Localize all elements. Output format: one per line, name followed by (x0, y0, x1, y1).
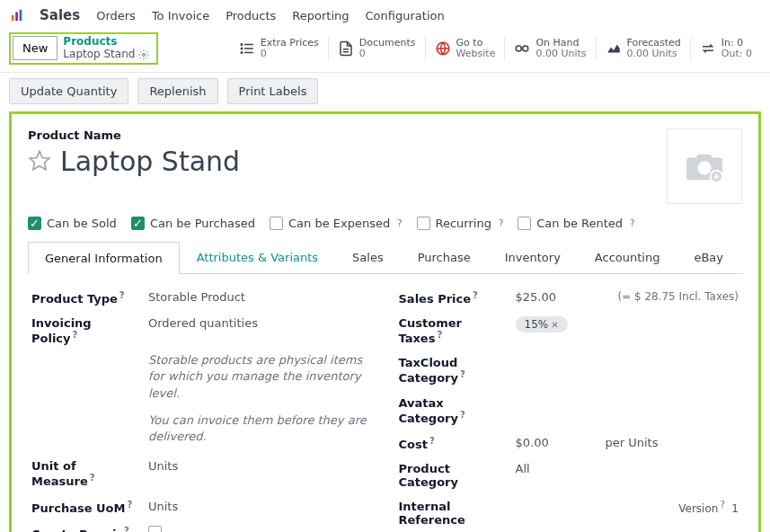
svg-rect-2 (20, 10, 22, 21)
field-taxcloud: TaxCloud Category? (399, 356, 739, 385)
module-name[interactable]: Sales (40, 7, 80, 23)
breadcrumb-current: Laptop Stand (63, 49, 135, 61)
camera-plus-icon (684, 149, 725, 183)
stat-on-hand[interactable]: On Hand0.00 Units (504, 36, 595, 61)
nav-orders[interactable]: Orders (96, 9, 136, 22)
tab-inventory[interactable]: Inventory (488, 241, 578, 273)
svg-point-14 (523, 46, 528, 51)
tax-tag[interactable]: 15%✕ (516, 316, 568, 332)
update-quantity-button[interactable]: Update Quantity (9, 78, 128, 104)
checkbox-can-be-expensed[interactable]: Can be Expensed? (270, 217, 403, 230)
stat-forecasted[interactable]: Forecasted0.00 Units (596, 36, 690, 61)
field-customer-taxes: Customer Taxes? 15%✕ (399, 316, 739, 345)
checkbox-can-be-purchased[interactable]: ✓Can be Purchased (131, 217, 255, 230)
checkbox-label: Can be Expensed (288, 217, 390, 230)
checkbox-box[interactable]: ✓ (131, 217, 145, 230)
svg-rect-1 (15, 13, 18, 22)
checkbox-label: Can be Rented (536, 217, 623, 230)
nav-configuration[interactable]: Configuration (366, 9, 445, 22)
svg-point-3 (143, 53, 146, 56)
globe-icon (435, 40, 451, 57)
stat-extra-prices[interactable]: Extra Prices0 (230, 36, 328, 61)
print-labels-button[interactable]: Print Labels (227, 78, 319, 104)
link-icon (514, 40, 530, 57)
field-sales-price: Sales Price? $25.00 (= $ 28.75 Incl. Tax… (399, 290, 739, 306)
chart-icon (606, 40, 622, 57)
svg-point-8 (241, 48, 243, 49)
create-repair-checkbox[interactable] (148, 526, 162, 532)
stat-go-to-website[interactable]: Go toWebsite (425, 36, 505, 61)
action-bar: Update Quantity Replenish Print Labels (9, 78, 761, 104)
field-avatax: Avatax Category? (399, 396, 739, 425)
control-row: New Products Laptop Stand Extra Prices0 … (0, 29, 770, 73)
swap-icon (700, 40, 716, 57)
right-column: Sales Price? $25.00 (= $ 28.75 Incl. Tax… (399, 290, 739, 532)
checkbox-can-be-sold[interactable]: ✓Can be Sold (28, 217, 117, 230)
field-product-type: Product Type? Storable Product (31, 290, 372, 306)
checkbox-label: Can be Purchased (150, 217, 255, 230)
app-logo-icon (11, 9, 23, 22)
hint-storable: Storable products are physical items for… (148, 352, 372, 402)
stat-in-out[interactable]: In: 0Out: 0 (690, 36, 761, 61)
checkbox-box[interactable]: ✓ (28, 217, 41, 230)
field-purchase-uom: Purchase UoM? Units (31, 500, 372, 515)
help-icon[interactable]: ? (499, 218, 503, 228)
svg-point-9 (241, 52, 243, 54)
favorite-star-icon[interactable] (28, 149, 51, 173)
svg-rect-0 (12, 15, 14, 21)
tab-ebay[interactable]: eBay (677, 241, 740, 273)
help-icon[interactable]: ? (397, 218, 402, 228)
gear-icon[interactable] (138, 49, 149, 60)
tab-purchase[interactable]: Purchase (401, 241, 488, 273)
main-nav: Sales Orders To Invoice Products Reporti… (0, 0, 770, 29)
product-form: Product Name Laptop Stand ✓Can be Sold✓C… (9, 111, 761, 532)
svg-point-16 (697, 161, 711, 174)
svg-point-7 (241, 44, 243, 46)
list-icon (239, 40, 255, 57)
svg-marker-15 (30, 151, 49, 170)
remove-tag-icon[interactable]: ✕ (551, 320, 558, 330)
field-cost: Cost? $0.00 per Units (399, 436, 739, 451)
field-create-repair: Create Repair? (31, 526, 372, 532)
document-icon (338, 40, 354, 57)
checkbox-can-be-rented[interactable]: Can be Rented? (518, 217, 634, 230)
replenish-button[interactable]: Replenish (137, 78, 217, 104)
breadcrumb-box: New Products Laptop Stand (9, 32, 158, 65)
product-title[interactable]: Laptop Stand (60, 146, 240, 177)
breadcrumb-parent[interactable]: Products (63, 36, 149, 49)
help-icon[interactable]: ? (630, 218, 634, 228)
field-invoicing-policy: Invoicing Policy? Ordered quantities (31, 316, 372, 345)
hint-invoice: You can invoice them before they are del… (148, 412, 372, 445)
checkbox-recurring[interactable]: Recurring? (417, 217, 504, 230)
nav-to-invoice[interactable]: To Invoice (152, 9, 209, 22)
new-button[interactable]: New (13, 36, 58, 60)
product-image-placeholder[interactable] (667, 129, 742, 204)
tab-bar: General Information Attributes & Variant… (28, 241, 742, 274)
field-uom: Unit of Measure? Units (31, 459, 372, 488)
field-internal-reference: Internal Reference Version? 1 (399, 500, 739, 527)
product-name-label: Product Name (28, 129, 667, 142)
svg-point-13 (517, 46, 522, 51)
checkbox-row: ✓Can be Sold✓Can be PurchasedCan be Expe… (28, 217, 742, 230)
checkbox-box[interactable] (270, 217, 283, 230)
tab-general-information[interactable]: General Information (28, 242, 180, 274)
left-column: Product Type? Storable Product Invoicing… (31, 290, 372, 532)
stat-buttons: Extra Prices0 Documents0 Go toWebsite On… (230, 36, 761, 61)
stat-documents[interactable]: Documents0 (328, 36, 425, 61)
checkbox-box[interactable] (518, 217, 531, 230)
checkbox-box[interactable] (417, 217, 430, 230)
tab-attributes-variants[interactable]: Attributes & Variants (180, 241, 335, 273)
checkbox-label: Can be Sold (47, 217, 117, 230)
nav-reporting[interactable]: Reporting (292, 9, 349, 22)
field-product-category: Product Category All (399, 462, 739, 489)
tab-sales[interactable]: Sales (335, 241, 401, 273)
tab-accounting[interactable]: Accounting (578, 241, 677, 273)
nav-products[interactable]: Products (226, 9, 276, 22)
checkbox-label: Recurring (436, 217, 491, 230)
